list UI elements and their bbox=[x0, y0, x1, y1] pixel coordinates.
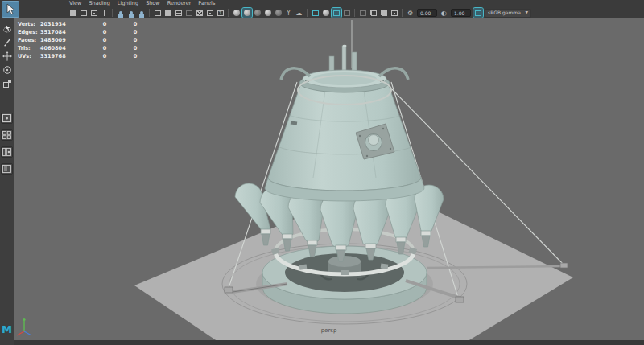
hud-other: 0 bbox=[121, 52, 150, 60]
textured-display-icon[interactable] bbox=[253, 8, 262, 18]
hud-row-edges: Edges: 3517084 0 0 bbox=[18, 28, 150, 36]
menu-show[interactable]: Show bbox=[146, 0, 160, 7]
perspective-viewport[interactable]: Verts: 2031934 0 0 Edges: 3517084 0 0 Fa… bbox=[14, 18, 644, 345]
hud-row-faces: Faces: 1485009 0 0 bbox=[18, 36, 150, 44]
toolbar-separator bbox=[402, 9, 402, 17]
textured-icon[interactable]: T bbox=[216, 8, 225, 18]
layout-four-pane-button[interactable] bbox=[1, 129, 13, 141]
toolbar-separator bbox=[149, 9, 150, 17]
hud-label: Edges: bbox=[18, 28, 39, 36]
shaded-display-icon[interactable] bbox=[242, 8, 252, 18]
menu-view[interactable]: View bbox=[69, 0, 81, 7]
material-viewer-icon[interactable] bbox=[321, 8, 331, 18]
isolate-select-icon[interactable] bbox=[311, 8, 320, 18]
gamma-contrast-icon[interactable]: ◐ bbox=[440, 8, 449, 18]
ambient-occlusion-icon[interactable]: ☁ bbox=[295, 8, 304, 18]
outliner-layout-icon bbox=[2, 165, 11, 173]
box-arrow-icon[interactable] bbox=[390, 8, 399, 18]
toolbar-separator bbox=[112, 9, 113, 17]
wireframe-icon[interactable] bbox=[153, 8, 163, 18]
viewport-renderer-icon[interactable] bbox=[332, 8, 341, 18]
hud-selected: 0 bbox=[90, 20, 119, 28]
hud-selected: 0 bbox=[90, 28, 119, 36]
hud-total: 1485009 bbox=[40, 36, 89, 44]
viewport-bottom-edge bbox=[14, 340, 644, 345]
shadows-icon[interactable] bbox=[274, 8, 283, 18]
stacked-squares-filled-icon[interactable] bbox=[379, 8, 389, 18]
xray-icon[interactable] bbox=[195, 8, 204, 18]
panel-toolbar: T Y ☁ ⚙ 0.00 ◐ 1.00 sRG bbox=[68, 7, 531, 18]
hud-total: 4060804 bbox=[40, 44, 89, 52]
stacked-squares-icon[interactable] bbox=[369, 8, 378, 18]
bounding-box-icon[interactable] bbox=[184, 8, 194, 18]
toolbar-separator bbox=[307, 9, 308, 17]
hud-other: 0 bbox=[121, 20, 150, 28]
lasso-tool-button[interactable] bbox=[2, 23, 12, 34]
menu-panels[interactable]: Panels bbox=[198, 0, 215, 7]
use-all-lights-icon[interactable] bbox=[263, 8, 273, 18]
move-icon bbox=[2, 51, 12, 61]
camera-attributes-icon[interactable] bbox=[89, 8, 99, 18]
rotate-tool-button[interactable] bbox=[2, 64, 12, 75]
select-tool-button[interactable] bbox=[2, 1, 19, 18]
engine-base bbox=[262, 246, 427, 314]
lock-camera-icon[interactable] bbox=[79, 8, 89, 18]
use-default-material-icon[interactable] bbox=[232, 8, 242, 18]
scale-tool-button[interactable] bbox=[2, 78, 12, 88]
hud-other: 0 bbox=[121, 44, 150, 52]
hud-row-tris: Tris: 4060804 0 0 bbox=[18, 44, 150, 52]
move-tool-button[interactable] bbox=[2, 51, 12, 61]
hud-selected: 0 bbox=[90, 44, 119, 52]
layout-single-pane-button[interactable] bbox=[1, 113, 13, 124]
joints-display-icon[interactable] bbox=[126, 8, 136, 18]
single-pane-icon bbox=[2, 114, 11, 122]
exposure-gear-icon[interactable]: ⚙ bbox=[406, 8, 415, 18]
field-chart-icon[interactable] bbox=[358, 8, 368, 18]
layout-two-pane-button[interactable] bbox=[1, 146, 13, 158]
toolbar-separator bbox=[228, 9, 229, 17]
default-light-icon[interactable]: Y bbox=[284, 8, 294, 18]
view-transform-dropdown[interactable]: sRGB gamma ▼ bbox=[485, 9, 531, 18]
panel-top-bar: View Shading Lighting Show Renderer Pane… bbox=[0, 0, 644, 18]
menu-renderer[interactable]: Renderer bbox=[167, 0, 192, 7]
layout-outliner-persp-button[interactable] bbox=[1, 163, 13, 175]
paint-brush-icon bbox=[2, 38, 12, 47]
paint-select-tool-button[interactable] bbox=[2, 37, 12, 47]
view-transform-toggle-icon[interactable] bbox=[473, 8, 483, 18]
rotate-icon bbox=[2, 65, 12, 75]
smooth-shade-all-icon[interactable] bbox=[163, 8, 173, 18]
scale-icon bbox=[2, 79, 12, 88]
toolbar-separator bbox=[354, 9, 355, 17]
hud-other: 0 bbox=[121, 28, 150, 36]
lasso-icon bbox=[2, 24, 12, 34]
hud-selected: 0 bbox=[90, 52, 119, 60]
menu-shading[interactable]: Shading bbox=[89, 0, 109, 7]
exposure-field[interactable]: 0.00 bbox=[417, 9, 437, 17]
camera-label: persp bbox=[14, 327, 644, 334]
select-camera-icon[interactable] bbox=[68, 8, 78, 18]
two-pane-icon bbox=[2, 148, 11, 156]
maya-logo: M bbox=[2, 324, 12, 335]
gamma-field[interactable]: 1.00 bbox=[451, 9, 471, 17]
toolbox-sidebar bbox=[0, 18, 14, 345]
scene-3d-view bbox=[14, 18, 644, 345]
toolbox-divider bbox=[1, 109, 13, 109]
flat-shade-all-icon[interactable] bbox=[174, 8, 184, 18]
view-transform-value: sRGB gamma bbox=[488, 9, 521, 17]
hud-total: 2031934 bbox=[40, 20, 89, 28]
plate-icon[interactable] bbox=[342, 8, 352, 18]
hud-label: Verts: bbox=[18, 20, 39, 28]
hud-selected: 0 bbox=[90, 36, 119, 44]
menu-lighting[interactable]: Lighting bbox=[118, 0, 138, 7]
hud-total: 3319768 bbox=[40, 52, 89, 60]
hud-total: 3517084 bbox=[40, 28, 89, 36]
xray-joints-icon[interactable] bbox=[205, 8, 215, 18]
hud-row-uvs: UVs: 3319768 0 0 bbox=[18, 52, 150, 60]
hud-other: 0 bbox=[121, 36, 150, 44]
bookmark-icon[interactable] bbox=[100, 8, 109, 18]
poly-count-hud: Verts: 2031934 0 0 Edges: 3517084 0 0 Fa… bbox=[18, 20, 150, 60]
hud-label: UVs: bbox=[18, 52, 39, 60]
four-pane-icon bbox=[2, 131, 11, 139]
grease-pencil-icon[interactable] bbox=[137, 8, 147, 18]
character-display-icon[interactable] bbox=[116, 8, 126, 18]
